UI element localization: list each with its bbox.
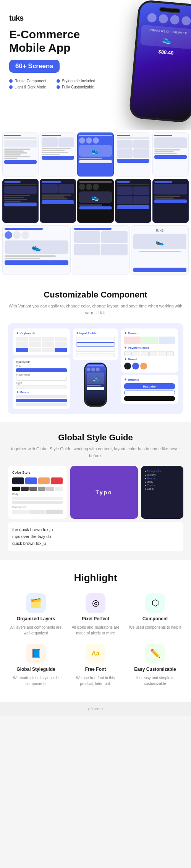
feature-darkmode: Light & Dark Mode xyxy=(9,85,53,89)
screen-dark-1 xyxy=(2,179,39,223)
highlight-name-1: Organized Layers xyxy=(17,616,55,621)
customizable-section: Customizable Component With Variant you … xyxy=(0,279,191,422)
screen-dark-4 xyxy=(115,179,151,223)
screen-wide-2 xyxy=(72,225,129,275)
screen-wide-3: tuks 🥿 xyxy=(131,225,189,275)
highlight-free-font: Aa Free Font We use free font in this pr… xyxy=(69,644,122,687)
screen-dark-5 xyxy=(152,179,189,223)
screen-thumb-3: 👟 xyxy=(77,132,113,177)
typography-panel: Typo xyxy=(70,466,138,519)
hero-phone: SNEAKERS OF THE WEEK 👟 $88.40 xyxy=(129,0,191,123)
feature-styleguide: Styleguide Included xyxy=(57,79,101,83)
highlight-section: Highlight 🗂️ Organized Layers All layers… xyxy=(0,560,191,702)
highlight-name-2: Pixel Perfect xyxy=(82,616,109,621)
dark-style-panel: ● Typography ● Display ● Header ● Body ●… xyxy=(141,466,183,519)
screens-badge: 60+ Screens xyxy=(9,60,60,73)
screens-dark-row: 👟 xyxy=(0,178,191,224)
highlight-desc-1: All layers and components are well organ… xyxy=(9,624,63,636)
highlight-desc-3: We used components to help it xyxy=(129,624,181,630)
comp-middle: ✦ Input Fields 👟 xyxy=(73,329,118,409)
customizable-title: Customizable Component xyxy=(8,290,183,300)
highlight-name-3: Component xyxy=(142,616,168,621)
styleguide-subtitle: together with Global Style Guide, workin… xyxy=(8,446,183,459)
screen-dark-2 xyxy=(40,179,76,223)
screen-thumb-1 xyxy=(2,132,39,177)
comp-right: ✦ Promo ✦ Payment Icons ✦ Brand xyxy=(121,329,178,409)
hero-section: tuks E-CommerceMobile App 60+ Screens Re… xyxy=(0,0,191,130)
highlight-organized-layers: 🗂️ Organized Layers All layers and compo… xyxy=(9,593,63,636)
screens-light-row1: 👟 xyxy=(0,130,191,178)
highlight-pixel-perfect: ◎ Pixel Perfect All icons and illustrato… xyxy=(69,593,122,636)
highlight-global-styleguide: 📘 Global Styleguide We made global style… xyxy=(9,644,63,687)
highlight-easy-customizable: ✏️ Easy Customizable It is easy and simp… xyxy=(128,644,182,687)
screen-thumb-5 xyxy=(152,132,189,177)
styleguide-section: Global Style Guide together with Global … xyxy=(0,422,191,560)
highlight-name-6: Easy Customizable xyxy=(134,667,176,672)
highlight-title: Highlight xyxy=(9,572,182,584)
screen-dark-3: 👟 xyxy=(77,179,113,223)
style-preview: Color Style Body Component xyxy=(8,466,183,519)
feature-reuse: Reuse Component xyxy=(9,79,53,83)
screen-thumb-4 xyxy=(115,132,151,177)
highlight-grid: 🗂️ Organized Layers All layers and compo… xyxy=(9,593,182,687)
features-list: Reuse Component Styleguide Included Ligh… xyxy=(9,79,101,89)
highlight-desc-6: It is easy and simple to customizable xyxy=(128,675,182,687)
styleguide-title: Global Style Guide xyxy=(8,433,183,443)
screen-wide-1: 👟 xyxy=(2,225,71,275)
screen-thumb-2 xyxy=(40,132,76,177)
highlight-desc-5: We use free font in this product, Inter … xyxy=(69,675,122,687)
customizable-subtitle: With Variant you can easily to, change c… xyxy=(8,303,183,316)
screens-extra-rows: 👟 tuks 🥿 xyxy=(0,224,191,279)
color-style-panel: Color Style Body Component xyxy=(8,466,67,519)
text-sample-row: the quick brown fox ju mps over the lazy… xyxy=(8,522,183,551)
component-preview: ✦ Keyboards Input Mod xyxy=(8,323,183,414)
feature-customizable: Fully Customizable xyxy=(57,85,101,89)
hero-title: E-CommerceMobile App xyxy=(9,28,93,54)
highlight-name-4: Global Styleguide xyxy=(16,667,55,672)
highlight-name-5: Free Font xyxy=(85,667,106,672)
comp-left-panel: ✦ Keyboards Input Mod xyxy=(13,329,70,409)
highlight-component: ⬡ Component We used components to help i… xyxy=(128,593,182,636)
highlight-desc-4: We made global styleguide components xyxy=(9,675,63,687)
highlight-desc-2: All icons and illustratons are made of p… xyxy=(69,624,122,636)
footer-text: gfx.com xyxy=(88,706,103,711)
footer: gfx.com xyxy=(0,702,191,716)
